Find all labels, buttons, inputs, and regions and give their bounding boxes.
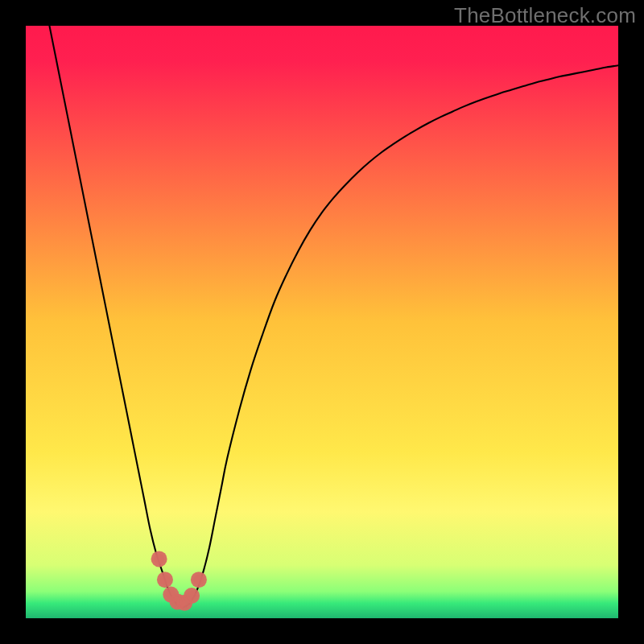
valley-marker-core [159,575,170,585]
valley-marker-core [154,554,164,564]
plot-background [26,26,618,618]
valley-marker-core [187,591,197,601]
chart-frame: TheBottleneck.com [0,0,644,644]
valley-marker-core [193,575,204,585]
watermark-text: TheBottleneck.com [454,3,636,28]
bottleneck-chart [26,26,618,618]
